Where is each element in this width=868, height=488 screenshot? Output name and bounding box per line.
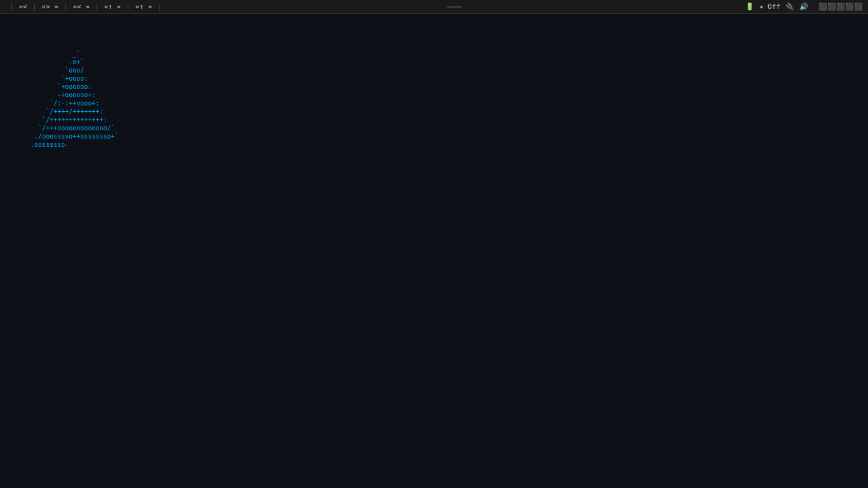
taskbar-item-4[interactable]: «↑ » [102, 3, 123, 11]
volume-status: 🔊 [799, 3, 808, 11]
terminal-content: _` .o+` `ooo/ `+oooo: `+oooooo: -+oooooo… [0, 14, 434, 488]
tray-icons: ⬛⬛⬛⬛⬛ [818, 3, 863, 11]
taskbar-item-1[interactable]: «< [17, 3, 29, 11]
wifi-status: ✦ Off [759, 3, 780, 11]
taskbar: | «< | «> » | «< » | «↑ » | «↑ » | 🔋 ✦ O… [0, 0, 868, 14]
taskbar-item-3[interactable]: «< » [71, 3, 92, 11]
battery1-status: 🔋 [745, 3, 754, 11]
screenfetch-block: _` .o+` `ooo/ `+oooo: `+oooooo: -+oooooo… [15, 50, 429, 149]
taskbar-item-5[interactable]: «↑ » [133, 3, 154, 11]
left-terminal[interactable]: _` .o+` `ooo/ `+oooo: `+oooooo: -+oooooo… [0, 14, 434, 488]
taskbar-right: 🔋 ✦ Off 🔌 🔊 ⬛⬛⬛⬛⬛ [745, 3, 868, 11]
taskbar-center-title [447, 6, 462, 8]
battery2-status: 🔌 [785, 3, 794, 11]
taskbar-item-2[interactable]: «> » [40, 3, 61, 11]
ascii-art: _` .o+` `ooo/ `+oooo: `+oooooo: -+oooooo… [15, 50, 193, 149]
main-content: _` .o+` `ooo/ `+oooo: `+oooooo: -+oooooo… [0, 14, 868, 488]
taskbar-left: | «< | «> » | «< » | «↑ » | «↑ » | [0, 3, 163, 11]
